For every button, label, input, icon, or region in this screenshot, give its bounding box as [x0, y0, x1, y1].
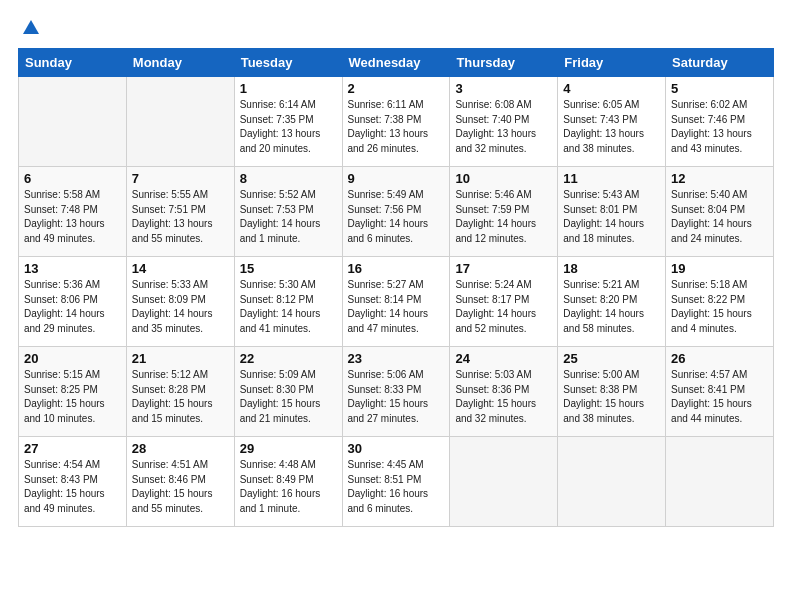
day-number: 1 [240, 81, 337, 96]
day-info: Sunrise: 5:58 AM Sunset: 7:48 PM Dayligh… [24, 188, 121, 246]
weekday-header-tuesday: Tuesday [234, 49, 342, 77]
day-number: 29 [240, 441, 337, 456]
day-info: Sunrise: 5:43 AM Sunset: 8:01 PM Dayligh… [563, 188, 660, 246]
day-info: Sunrise: 6:11 AM Sunset: 7:38 PM Dayligh… [348, 98, 445, 156]
calendar-day-cell: 17Sunrise: 5:24 AM Sunset: 8:17 PM Dayli… [450, 257, 558, 347]
calendar-day-cell: 16Sunrise: 5:27 AM Sunset: 8:14 PM Dayli… [342, 257, 450, 347]
day-info: Sunrise: 5:40 AM Sunset: 8:04 PM Dayligh… [671, 188, 768, 246]
calendar-day-cell: 19Sunrise: 5:18 AM Sunset: 8:22 PM Dayli… [666, 257, 774, 347]
calendar-day-cell: 3Sunrise: 6:08 AM Sunset: 7:40 PM Daylig… [450, 77, 558, 167]
calendar-day-cell: 7Sunrise: 5:55 AM Sunset: 7:51 PM Daylig… [126, 167, 234, 257]
calendar-week-row: 27Sunrise: 4:54 AM Sunset: 8:43 PM Dayli… [19, 437, 774, 527]
day-number: 6 [24, 171, 121, 186]
calendar-day-cell [19, 77, 127, 167]
weekday-header-monday: Monday [126, 49, 234, 77]
svg-marker-0 [23, 20, 39, 34]
calendar-day-cell: 11Sunrise: 5:43 AM Sunset: 8:01 PM Dayli… [558, 167, 666, 257]
calendar-day-cell: 21Sunrise: 5:12 AM Sunset: 8:28 PM Dayli… [126, 347, 234, 437]
day-number: 2 [348, 81, 445, 96]
day-number: 15 [240, 261, 337, 276]
calendar-day-cell [558, 437, 666, 527]
calendar-week-row: 20Sunrise: 5:15 AM Sunset: 8:25 PM Dayli… [19, 347, 774, 437]
weekday-header-wednesday: Wednesday [342, 49, 450, 77]
calendar-day-cell: 1Sunrise: 6:14 AM Sunset: 7:35 PM Daylig… [234, 77, 342, 167]
day-number: 16 [348, 261, 445, 276]
day-info: Sunrise: 5:21 AM Sunset: 8:20 PM Dayligh… [563, 278, 660, 336]
calendar-day-cell: 28Sunrise: 4:51 AM Sunset: 8:46 PM Dayli… [126, 437, 234, 527]
weekday-header-saturday: Saturday [666, 49, 774, 77]
calendar-day-cell: 26Sunrise: 4:57 AM Sunset: 8:41 PM Dayli… [666, 347, 774, 437]
day-number: 27 [24, 441, 121, 456]
day-info: Sunrise: 5:06 AM Sunset: 8:33 PM Dayligh… [348, 368, 445, 426]
day-info: Sunrise: 5:24 AM Sunset: 8:17 PM Dayligh… [455, 278, 552, 336]
day-number: 25 [563, 351, 660, 366]
day-number: 12 [671, 171, 768, 186]
day-number: 7 [132, 171, 229, 186]
calendar-week-row: 1Sunrise: 6:14 AM Sunset: 7:35 PM Daylig… [19, 77, 774, 167]
day-number: 14 [132, 261, 229, 276]
calendar-day-cell: 4Sunrise: 6:05 AM Sunset: 7:43 PM Daylig… [558, 77, 666, 167]
day-number: 4 [563, 81, 660, 96]
day-info: Sunrise: 4:51 AM Sunset: 8:46 PM Dayligh… [132, 458, 229, 516]
calendar-day-cell: 18Sunrise: 5:21 AM Sunset: 8:20 PM Dayli… [558, 257, 666, 347]
day-info: Sunrise: 5:36 AM Sunset: 8:06 PM Dayligh… [24, 278, 121, 336]
calendar-day-cell: 15Sunrise: 5:30 AM Sunset: 8:12 PM Dayli… [234, 257, 342, 347]
logo [18, 18, 41, 38]
day-info: Sunrise: 5:46 AM Sunset: 7:59 PM Dayligh… [455, 188, 552, 246]
weekday-header-friday: Friday [558, 49, 666, 77]
day-info: Sunrise: 5:55 AM Sunset: 7:51 PM Dayligh… [132, 188, 229, 246]
day-number: 18 [563, 261, 660, 276]
day-info: Sunrise: 5:33 AM Sunset: 8:09 PM Dayligh… [132, 278, 229, 336]
day-info: Sunrise: 4:54 AM Sunset: 8:43 PM Dayligh… [24, 458, 121, 516]
day-info: Sunrise: 6:05 AM Sunset: 7:43 PM Dayligh… [563, 98, 660, 156]
calendar-day-cell: 6Sunrise: 5:58 AM Sunset: 7:48 PM Daylig… [19, 167, 127, 257]
day-number: 3 [455, 81, 552, 96]
day-info: Sunrise: 5:52 AM Sunset: 7:53 PM Dayligh… [240, 188, 337, 246]
calendar-day-cell: 13Sunrise: 5:36 AM Sunset: 8:06 PM Dayli… [19, 257, 127, 347]
calendar-day-cell: 23Sunrise: 5:06 AM Sunset: 8:33 PM Dayli… [342, 347, 450, 437]
day-info: Sunrise: 5:49 AM Sunset: 7:56 PM Dayligh… [348, 188, 445, 246]
calendar-day-cell [126, 77, 234, 167]
day-number: 5 [671, 81, 768, 96]
day-info: Sunrise: 5:27 AM Sunset: 8:14 PM Dayligh… [348, 278, 445, 336]
day-info: Sunrise: 5:12 AM Sunset: 8:28 PM Dayligh… [132, 368, 229, 426]
day-number: 20 [24, 351, 121, 366]
calendar-day-cell: 24Sunrise: 5:03 AM Sunset: 8:36 PM Dayli… [450, 347, 558, 437]
calendar-day-cell [666, 437, 774, 527]
day-number: 9 [348, 171, 445, 186]
day-info: Sunrise: 5:18 AM Sunset: 8:22 PM Dayligh… [671, 278, 768, 336]
day-number: 21 [132, 351, 229, 366]
day-info: Sunrise: 5:30 AM Sunset: 8:12 PM Dayligh… [240, 278, 337, 336]
calendar-day-cell: 2Sunrise: 6:11 AM Sunset: 7:38 PM Daylig… [342, 77, 450, 167]
calendar-day-cell: 5Sunrise: 6:02 AM Sunset: 7:46 PM Daylig… [666, 77, 774, 167]
calendar-day-cell: 25Sunrise: 5:00 AM Sunset: 8:38 PM Dayli… [558, 347, 666, 437]
day-info: Sunrise: 4:45 AM Sunset: 8:51 PM Dayligh… [348, 458, 445, 516]
day-number: 17 [455, 261, 552, 276]
calendar-day-cell: 8Sunrise: 5:52 AM Sunset: 7:53 PM Daylig… [234, 167, 342, 257]
page-header [18, 18, 774, 38]
day-number: 8 [240, 171, 337, 186]
calendar-day-cell: 10Sunrise: 5:46 AM Sunset: 7:59 PM Dayli… [450, 167, 558, 257]
calendar-day-cell: 27Sunrise: 4:54 AM Sunset: 8:43 PM Dayli… [19, 437, 127, 527]
day-info: Sunrise: 5:00 AM Sunset: 8:38 PM Dayligh… [563, 368, 660, 426]
calendar-day-cell: 12Sunrise: 5:40 AM Sunset: 8:04 PM Dayli… [666, 167, 774, 257]
day-number: 23 [348, 351, 445, 366]
day-info: Sunrise: 5:03 AM Sunset: 8:36 PM Dayligh… [455, 368, 552, 426]
calendar-day-cell [450, 437, 558, 527]
calendar-table: SundayMondayTuesdayWednesdayThursdayFrid… [18, 48, 774, 527]
day-info: Sunrise: 4:57 AM Sunset: 8:41 PM Dayligh… [671, 368, 768, 426]
day-info: Sunrise: 6:14 AM Sunset: 7:35 PM Dayligh… [240, 98, 337, 156]
day-number: 19 [671, 261, 768, 276]
calendar-day-cell: 30Sunrise: 4:45 AM Sunset: 8:51 PM Dayli… [342, 437, 450, 527]
calendar-week-row: 13Sunrise: 5:36 AM Sunset: 8:06 PM Dayli… [19, 257, 774, 347]
day-info: Sunrise: 4:48 AM Sunset: 8:49 PM Dayligh… [240, 458, 337, 516]
calendar-day-cell: 22Sunrise: 5:09 AM Sunset: 8:30 PM Dayli… [234, 347, 342, 437]
day-number: 22 [240, 351, 337, 366]
day-number: 30 [348, 441, 445, 456]
logo-icon [21, 18, 41, 38]
weekday-header-thursday: Thursday [450, 49, 558, 77]
day-number: 10 [455, 171, 552, 186]
day-number: 28 [132, 441, 229, 456]
day-number: 26 [671, 351, 768, 366]
calendar-week-row: 6Sunrise: 5:58 AM Sunset: 7:48 PM Daylig… [19, 167, 774, 257]
